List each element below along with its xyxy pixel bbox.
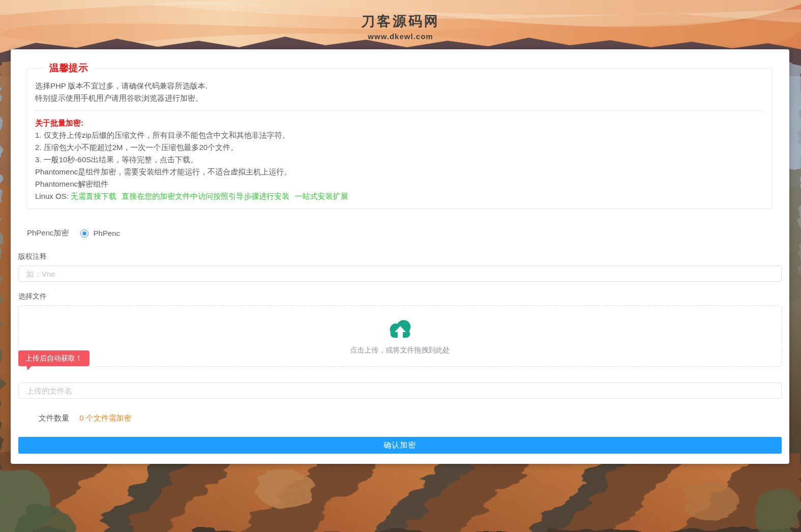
- upload-hint: 点击上传，或将文件拖拽到此处: [350, 346, 450, 355]
- cloud-upload-icon: [386, 317, 414, 341]
- linux-os-line: Linux OS: 无需直接下载 直接在您的加密文件中访问按照引导步骤进行安装 …: [35, 190, 764, 202]
- radio-phpenc[interactable]: PhPenc: [80, 229, 121, 238]
- site-logo: 刀客源码网 www.dkewl.com: [0, 12, 801, 41]
- notice-legend: 温馨提示: [44, 62, 93, 75]
- upload-tooltip: 上传后自动获取！: [18, 350, 90, 366]
- file-count-row: 文件数量 0 个文件需加密: [18, 413, 782, 423]
- notice-fieldset: 温馨提示 选择PHP 版本不宜过多，请确保代码兼容所选版本. 特别提示使用手机用…: [26, 62, 773, 209]
- upload-section: 点击上传，或将文件拖拽到此处 上传后自动获取！: [18, 305, 782, 367]
- batch-line: Phantomenc是组件加密，需要安装组件才能运行，不适合虚拟主机上运行。: [35, 166, 764, 178]
- file-select-label: 选择文件: [18, 292, 782, 301]
- filename-input[interactable]: [18, 382, 782, 399]
- submit-encrypt-button[interactable]: 确认加密: [18, 437, 782, 454]
- linux-link-extension[interactable]: 一站式安装扩展: [294, 192, 348, 200]
- main-card: 温馨提示 选择PHP 版本不宜过多，请确保代码兼容所选版本. 特别提示使用手机用…: [11, 49, 789, 464]
- encryption-mode-row: PhPenc加密 PhPenc: [27, 228, 782, 238]
- radio-phpenc-label: PhPenc: [94, 229, 121, 238]
- linux-link-download[interactable]: 无需直接下载: [71, 192, 116, 200]
- encryption-mode-label: PhPenc加密: [27, 228, 69, 238]
- page: 刀客源码网 www.dkewl.com 温馨提示 选择PHP 版本不宜过多，请确…: [0, 0, 801, 532]
- logo-title: 刀客源码网: [0, 12, 801, 31]
- copyright-label: 版权注释: [18, 252, 782, 261]
- notice-divider: [35, 110, 764, 111]
- logo-subtitle: www.dkewl.com: [0, 32, 801, 41]
- notice-intro-line: 特别提示使用手机用户请用谷歌浏览器进行加密。: [35, 92, 764, 104]
- batch-line: 3. 一般10秒-60S出结果，等待完整，点击下载。: [35, 154, 764, 166]
- batch-title: 关于批量加密:: [35, 117, 764, 129]
- notice-intro-line: 选择PHP 版本不宜过多，请确保代码兼容所选版本.: [35, 80, 764, 92]
- filename-row: [18, 382, 782, 399]
- file-count-value: 0 个文件需加密: [79, 413, 132, 422]
- upload-dropzone[interactable]: 点击上传，或将文件拖拽到此处: [18, 305, 782, 367]
- linux-os-label: Linux OS:: [35, 192, 69, 200]
- copyright-input[interactable]: [18, 265, 782, 282]
- batch-line: 2. 压缩包大小不能超过2M，一次一个压缩包最多20个文件。: [35, 141, 764, 154]
- batch-line: Phantomenc解密组件: [35, 178, 764, 190]
- radio-selected-icon[interactable]: [80, 229, 88, 238]
- batch-line: 1. 仅支持上传zip后缀的压缩文件，所有目录不能包含中文和其他非法字符。: [35, 129, 764, 141]
- file-count-label: 文件数量: [39, 413, 69, 422]
- linux-link-guide[interactable]: 直接在您的加密文件中访问按照引导步骤进行安装: [122, 192, 289, 200]
